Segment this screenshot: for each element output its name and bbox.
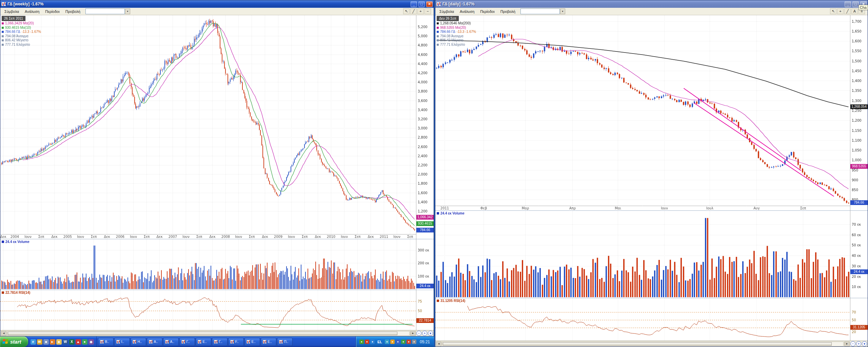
menu-symbols[interactable]: Σύμβολα (2, 9, 22, 14)
taskbar-window-button[interactable]: Ε.. (196, 338, 211, 346)
network-icon[interactable]: ● (370, 340, 375, 344)
legend-swatch (2, 44, 4, 46)
scrollbar-track[interactable] (7, 331, 410, 336)
chart-options-button[interactable]: ▾ (428, 331, 433, 336)
rsi-canvas-daily[interactable] (435, 298, 868, 341)
taskbar-clock[interactable]: 05:21 (420, 340, 430, 344)
price-chart-canvas-weekly[interactable] (0, 15, 434, 239)
price-pane-weekly[interactable]: 26 Σεπ 2011 1,066.3429 Μα(20)930.4615 Μα… (0, 15, 434, 239)
updates-icon[interactable]: ● (390, 340, 395, 344)
zoom-in-icon[interactable]: + (417, 8, 424, 14)
alert-icon[interactable]: ● (365, 340, 369, 344)
titlebar-daily[interactable]: ΓΔ [daily] -1.67% _ □ × (435, 0, 868, 8)
minimize-button[interactable]: _ (845, 1, 851, 7)
symbol-search-input[interactable] (85, 8, 125, 14)
chart-app-icon[interactable]: ▲ (76, 339, 81, 345)
price-chart-canvas-daily[interactable] (435, 15, 868, 210)
rsi-canvas-weekly[interactable] (0, 290, 434, 330)
chart-options-button[interactable]: ▾ (862, 341, 867, 346)
tray-icons-group: ●●●●●● (385, 340, 416, 344)
volume-header-label: 24.4 εκ Volume (5, 240, 29, 244)
maximize-button[interactable]: □ (852, 1, 859, 7)
scroll-right-button[interactable]: ► (844, 342, 850, 346)
shield-icon[interactable]: ● (401, 340, 406, 344)
language-indicator[interactable]: EL (376, 340, 383, 344)
volume-canvas-daily[interactable] (435, 211, 868, 298)
zoom-out-icon[interactable]: − (425, 8, 431, 14)
taskbar-window-button[interactable]: F.. (228, 338, 244, 346)
taskbar-window-button[interactable]: Ε.. (244, 338, 260, 346)
zoom-out-button[interactable]: − (850, 341, 855, 346)
taskbar-window-button[interactable]: Ι.. (114, 338, 130, 346)
taskbar-window-button[interactable]: Β.. (98, 338, 114, 346)
minimize-button[interactable]: _ (411, 1, 417, 7)
trendline-icon[interactable]: ╱ (844, 8, 851, 14)
start-button[interactable]: start (0, 336, 28, 347)
price-pane-daily[interactable]: Δευ 26 Σεπ 1,268.0546 Μα(200)968.5355 Μα… (435, 15, 868, 210)
taskbar-window-button[interactable]: Γ.. (179, 338, 195, 346)
crosshair-date-tooltip: 26 Σεπ 2011 (2, 16, 25, 21)
trendline-icon[interactable]: ╱ (410, 8, 417, 14)
usb-icon[interactable]: ● (412, 340, 416, 344)
rsi-swatch (437, 300, 439, 302)
folder-icon[interactable]: ■ (56, 339, 62, 345)
symbol-dropdown-button[interactable]: ▾ (125, 8, 130, 14)
taskbar-window-button[interactable]: Η.. (131, 338, 146, 346)
scroll-right-button[interactable]: ► (410, 331, 416, 336)
internet-explorer-icon[interactable]: e (31, 339, 36, 345)
scrollbar-thumb[interactable] (8, 332, 397, 335)
warning-icon[interactable]: ● (407, 340, 411, 344)
zoom-out-button[interactable]: − (416, 331, 421, 336)
excel-icon[interactable]: X (69, 339, 75, 345)
maximize-button[interactable]: □ (418, 1, 425, 7)
zoom-in-button[interactable]: + (422, 331, 427, 336)
menu-view[interactable]: Προβολή (63, 9, 83, 14)
taskbar-window-button[interactable]: Α.. (147, 338, 162, 346)
menu-analysis[interactable]: Ανάλυση (457, 9, 477, 14)
volume-icon[interactable]: ● (385, 340, 389, 344)
taskbar-window-button[interactable]: Ε.. (261, 338, 276, 346)
legend-swatch (437, 22, 439, 24)
menu-periods[interactable]: Περίοδοι (477, 9, 497, 14)
menu-view[interactable]: Προβολή (498, 9, 518, 14)
menu-periods[interactable]: Περίοδοι (42, 9, 62, 14)
chart-legend: 1,066.3429 Μα(20)930.4615 Μα(10)784.66 Γ… (2, 21, 41, 47)
media-player-icon[interactable]: ► (50, 339, 55, 345)
volume-canvas-weekly[interactable] (0, 239, 434, 290)
show-desktop-icon[interactable]: ■ (43, 339, 49, 345)
symbol-search-input[interactable] (520, 8, 560, 14)
scroll-left-button[interactable]: ◄ (436, 342, 441, 346)
taskbar-window-button[interactable]: Π.. (277, 338, 293, 346)
pointer-icon[interactable]: ↖ (403, 8, 410, 14)
pointer-icon[interactable]: ↖ (830, 8, 836, 14)
volume-pane-weekly[interactable]: 24.4 εκ Volume 24.4 εκ (0, 239, 434, 290)
scroll-left-button[interactable]: ◄ (1, 331, 6, 336)
crosshair-date-tooltip: Δευ 26 Σεπ (437, 16, 459, 21)
scrollbar-track[interactable] (442, 342, 844, 346)
taskbar-window-button[interactable]: Α.. (163, 338, 179, 346)
symbol-dropdown-button[interactable]: ▾ (560, 8, 565, 14)
chart-toolbar: ↖╱+− (403, 8, 432, 14)
rsi-pane-daily[interactable]: 31.1205 RSI(14) 31.1205 (435, 298, 868, 341)
menu-symbols[interactable]: Σύμβολα (437, 9, 457, 14)
zoom-in-button[interactable]: + (856, 341, 861, 346)
app-icon (436, 2, 441, 6)
volume-pane-daily[interactable]: 24.4 εκ Volume 24.4 εκ (435, 210, 868, 298)
menu-analysis[interactable]: Ανάλυση (22, 9, 42, 14)
legend-swatch (2, 39, 4, 41)
globe-icon[interactable]: ● (82, 339, 87, 345)
chart-window-icon (149, 340, 153, 344)
messenger-icon[interactable]: ◆ (88, 339, 94, 345)
antivirus-icon[interactable]: ● (359, 340, 364, 344)
titlebar-weekly[interactable]: ΓΔ [weekly] -1.67% _ □ × (0, 0, 434, 8)
scrollbar-thumb[interactable] (443, 342, 832, 346)
text-tool-icon[interactable]: A (851, 8, 858, 14)
close-icon[interactable]: × (426, 1, 433, 7)
legend-swatch (437, 27, 439, 29)
messenger-tray-icon[interactable]: ● (396, 340, 400, 344)
word-icon[interactable]: W (63, 339, 68, 345)
taskbar-window-button[interactable]: Γ.. (212, 338, 228, 346)
mail-icon[interactable]: ✉ (37, 339, 42, 345)
crosshair-icon[interactable]: + (837, 8, 844, 14)
rsi-pane-weekly[interactable]: 22.7814 RSI(14) 22.7814 (0, 290, 434, 330)
